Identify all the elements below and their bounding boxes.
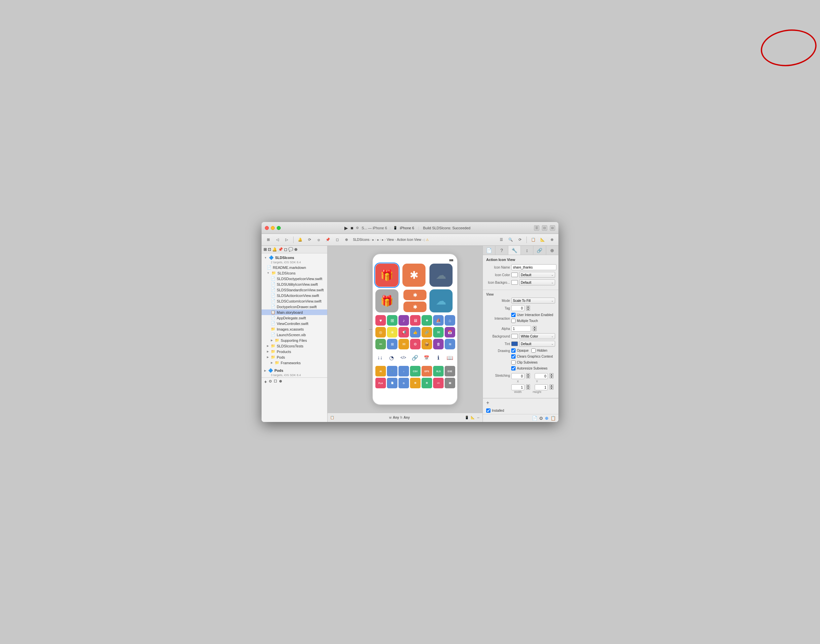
stretch-x-stepper[interactable]: ▲ ▼	[526, 373, 530, 379]
toolbar-btn-2[interactable]: ⟳	[305, 236, 313, 244]
bc-item-6[interactable]: Action Icon View	[397, 238, 421, 241]
search-btn[interactable]: ⊕	[279, 379, 282, 384]
ai-icon-cell[interactable]: AI	[376, 366, 386, 376]
user-interaction-checkbox[interactable]	[511, 313, 515, 317]
sx-up[interactable]: ▲	[526, 373, 530, 376]
icon-bg-swatch[interactable]	[511, 280, 518, 285]
mode-select[interactable]: Scale To Fill ⌄	[511, 297, 555, 304]
sidebar-item-utility[interactable]: 📄 SLDSUtilityIconView.swift	[262, 281, 327, 287]
star-top[interactable]: ✱	[403, 290, 426, 300]
gift-gray-cell[interactable]: 🎁	[376, 289, 399, 313]
gsheet-icon-cell[interactable]: ⊞	[421, 378, 432, 388]
html-icon-cell[interactable]: </>	[433, 378, 444, 388]
sidebar-btn-6[interactable]: 💬	[288, 247, 293, 252]
gift-icon-cell-selected[interactable]: 🎁	[376, 264, 399, 287]
sy-down[interactable]: ▼	[550, 376, 553, 379]
sidebar-item-sldsicons-folder[interactable]: ▼ 📁 SLDSIcons	[262, 270, 327, 276]
panel-tab-1[interactable]: ☰	[497, 236, 505, 244]
right-bottom-btn-1[interactable]: 📄	[532, 416, 537, 421]
bottom-btn-1[interactable]: 📱	[465, 416, 469, 419]
grid-icon-cell[interactable]: ⊞	[387, 315, 397, 326]
tag-stepper[interactable]: ▲ ▼	[526, 305, 530, 311]
house-icon-cell[interactable]: ⌂	[444, 315, 455, 326]
toolbar-btn-5[interactable]: ◻	[333, 236, 341, 244]
sh-down[interactable]: ▼	[550, 387, 553, 389]
sidebar-btn-3[interactable]: 🔔	[272, 247, 277, 252]
close-button[interactable]	[265, 226, 269, 230]
eps-icon-cell[interactable]: EPS	[421, 366, 432, 376]
cloud-blue-cell[interactable]: ☁	[429, 289, 452, 313]
star-icon-cell[interactable]: ✱	[402, 264, 426, 287]
sparkle-icon-cell[interactable]: ✦	[421, 315, 432, 326]
bc-item-2[interactable]: ▸	[372, 238, 374, 241]
sidebar-item-mainstoryboard[interactable]: 📋 Main.storyboard	[262, 310, 327, 315]
gdoc-icon-cell[interactable]: G	[399, 378, 409, 388]
icon-color-select[interactable]: Default ⌄	[519, 272, 555, 278]
toolbar-btn-1[interactable]: 🔔	[296, 236, 304, 244]
bc-item-1[interactable]: SLDSIcons	[353, 238, 369, 241]
heart-icon-cell[interactable]: ♥	[376, 315, 386, 326]
sy-up[interactable]: ▲	[550, 373, 553, 376]
sh-up[interactable]: ▲	[550, 384, 553, 387]
tab-help[interactable]: ?	[495, 246, 508, 255]
sidebar-item-launchscreen[interactable]: 📄 LaunchScreen.xib	[262, 332, 327, 337]
maximize-button[interactable]	[277, 226, 281, 230]
toggle-navigator-btn[interactable]: 📋	[330, 416, 334, 419]
sidebar-item-appdelegate[interactable]: 📄 AppDelegate.swift	[262, 315, 327, 320]
bottom-btn-3[interactable]: ↔	[477, 416, 480, 419]
clip-subviews-checkbox[interactable]	[511, 360, 515, 365]
sidebar-btn-5[interactable]: ◻	[284, 247, 287, 252]
back-btn[interactable]: ◁	[273, 236, 281, 244]
tab-connections[interactable]: 🔗	[533, 246, 546, 255]
bc-item-5[interactable]: View	[386, 238, 394, 241]
bottom-btn-2[interactable]: 📐	[471, 416, 475, 419]
sidebar-item-drawer[interactable]: 📄 DoctypeIconDrawer.swift	[262, 304, 327, 310]
background-select[interactable]: White Color ⌄	[519, 333, 555, 339]
attach-icon-cell[interactable]: 📎	[387, 366, 397, 376]
pie-icon-cell[interactable]: ◔	[387, 351, 396, 364]
thumbsup-icon-cell[interactable]: 👍	[410, 327, 420, 337]
tab-file[interactable]: 📄	[483, 246, 495, 255]
inspector-btn-2[interactable]: 📐	[539, 236, 547, 244]
panel-tab-3[interactable]: ⟳	[516, 236, 524, 244]
alpha-stepper[interactable]: ▲ ▼	[533, 326, 536, 331]
mail2-icon-cell[interactable]: ✉	[399, 339, 409, 350]
stretch-h-stepper[interactable]: ▲ ▼	[550, 384, 553, 390]
sidebar-item-standard[interactable]: 📄 SLDSStandardIconView.swift	[262, 287, 327, 293]
box-icon-cell[interactable]: 📦	[421, 339, 432, 350]
sidebar-item-frameworks[interactable]: ▶ 📁 Frameworks	[262, 360, 327, 366]
tab-size[interactable]: ↕	[521, 246, 533, 255]
link-icon-cell[interactable]: 🔗	[421, 327, 432, 337]
filter-btn[interactable]: ☐	[274, 379, 277, 384]
alpha-input[interactable]	[511, 326, 531, 331]
right-bottom-btn-2[interactable]: ⊙	[539, 416, 543, 421]
fla-icon-cell[interactable]: FLA	[376, 378, 386, 388]
tint-color-swatch[interactable]	[511, 342, 518, 346]
email-icon-cell[interactable]: ✉	[433, 327, 444, 337]
code-icon-cell[interactable]: </>	[399, 351, 408, 364]
sw-down[interactable]: ▼	[526, 387, 530, 389]
right-bottom-btn-4[interactable]: 📋	[550, 416, 556, 421]
forward-btn[interactable]: ▷	[283, 236, 291, 244]
alpha-stepper-up[interactable]: ▲	[533, 326, 536, 329]
monitor-icon-cell[interactable]: 🖥	[410, 315, 420, 326]
inspector-btn-3[interactable]: ⊕	[548, 236, 556, 244]
sidebar-item-custom[interactable]: 📄 SLDSCustomIconView.swift	[262, 298, 327, 304]
audio-icon-cell[interactable]: ♪	[399, 366, 409, 376]
exe-icon-cell[interactable]: EXE	[444, 366, 455, 376]
star-bottom[interactable]: ✱	[403, 302, 426, 312]
toolbar-btn-6[interactable]: ⊕	[342, 236, 350, 244]
sidebar-item-pods-root[interactable]: ▶ 🔷 Pods	[262, 368, 327, 373]
sidebar-btn-7[interactable]: ⊕	[294, 247, 297, 252]
installed-checkbox[interactable]	[486, 408, 490, 413]
icon-name-input[interactable]	[511, 264, 556, 270]
doc-icon-cell[interactable]: 📄	[387, 378, 397, 388]
panel-tab-2[interactable]: 🔍	[507, 236, 515, 244]
asterisk-icon-cell[interactable]: ✳	[387, 327, 397, 337]
sidebar-item-sldsicons-root[interactable]: ▼ 🔷 SLDSIcons	[262, 255, 327, 261]
clears-graphics-checkbox[interactable]	[511, 354, 515, 359]
megaphone-icon-cell[interactable]: 📢	[399, 327, 409, 337]
stretch-w-stepper[interactable]: ▲ ▼	[526, 384, 530, 390]
canvas-area[interactable]: → ▮▮▮ 🎁 ✱ ☁	[328, 246, 483, 413]
sidebar-item-images[interactable]: 📁 Images.xcassets	[262, 326, 327, 332]
